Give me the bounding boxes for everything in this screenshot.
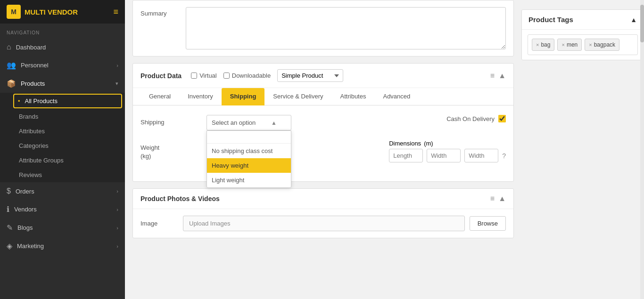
personnel-arrow: › xyxy=(116,63,118,68)
dimensions-unit: (m) xyxy=(424,140,433,147)
tags-container: × bag × men × bagpack xyxy=(528,34,638,55)
sidebar-item-dashboard[interactable]: ⌂ Dashboard xyxy=(0,38,125,56)
sidebar-item-label: Personnel xyxy=(21,62,49,69)
downloadable-checkbox[interactable] xyxy=(223,73,230,79)
right-panel: Product Tags ▲ × bag × men × bagpack xyxy=(521,0,644,299)
product-data-title: Product Data xyxy=(140,72,182,80)
sidebar-item-vendors[interactable]: ℹ Vendors › xyxy=(0,200,125,218)
sidebar-item-products[interactable]: 📦 Products ▾ xyxy=(0,74,125,93)
cod-checkbox[interactable] xyxy=(498,115,506,122)
nav-label: NAVIGATION xyxy=(0,24,125,38)
sidebar-item-label: Blogs xyxy=(17,224,33,231)
tag-label-men: men xyxy=(567,41,578,48)
virtual-checkbox[interactable] xyxy=(191,73,197,79)
sidebar-item-attribute-groups[interactable]: Attribute Groups xyxy=(0,153,125,168)
length-input[interactable] xyxy=(389,149,423,162)
tags-body: × bag × men × bagpack xyxy=(522,30,644,60)
tab-advanced[interactable]: Advanced xyxy=(374,88,419,105)
dimensions-group-container: Dimensions (m) ? xyxy=(389,140,506,162)
summary-textarea[interactable] xyxy=(186,7,506,49)
tags-collapse-icon[interactable]: ▲ xyxy=(630,16,637,24)
photos-menu-icon[interactable]: ≡ xyxy=(490,194,495,203)
tag-label-bagpack: bagpack xyxy=(594,41,615,48)
sidebar-item-blogs[interactable]: ✎ Blogs › xyxy=(0,218,125,237)
product-data-header-icons: ≡ ▲ xyxy=(490,72,506,80)
vendors-icon: ℹ xyxy=(7,205,9,214)
sidebar-item-personnel[interactable]: 👥 Personnel › xyxy=(0,56,125,74)
sidebar-item-attributes[interactable]: Attributes xyxy=(0,124,125,138)
scrollbar-track xyxy=(640,0,644,299)
shipping-select-display[interactable]: Select an option ▲ xyxy=(206,115,291,130)
shipping-select-wrapper: Select an option ▲ No shipping class cos… xyxy=(206,115,291,130)
tag-remove-bagpack[interactable]: × xyxy=(589,42,592,48)
dropdown-option-heavy[interactable]: Heavy weight xyxy=(207,158,291,173)
weight-dimensions-row: Weight (kg) Dimensions (m) xyxy=(140,140,506,162)
sidebar-item-brands[interactable]: Brands xyxy=(0,109,125,124)
shipping-form-label: Shipping xyxy=(140,115,197,126)
shipping-dropdown-menu: No shipping class cost Heavy weight Ligh… xyxy=(206,130,291,188)
dropdown-option-no-shipping[interactable]: No shipping class cost xyxy=(207,144,291,158)
photos-collapse-icon[interactable]: ▲ xyxy=(498,194,506,203)
shipping-row: Shipping Select an option ▲ No shipping … xyxy=(140,115,506,130)
dropdown-search-input[interactable] xyxy=(207,131,291,144)
chevron-up-icon: ▲ xyxy=(271,120,277,126)
orders-icon: $ xyxy=(7,187,11,195)
brands-label: Brands xyxy=(19,113,38,120)
products-icon: 📦 xyxy=(7,79,16,88)
tabs-row: General Inventory Shipping Service & Del… xyxy=(133,88,513,105)
main-content: Summary Product Data Virtual Downloadabl… xyxy=(125,0,521,299)
sidebar-item-marketing[interactable]: ◈ Marketing › xyxy=(0,237,125,255)
tag-remove-bag[interactable]: × xyxy=(536,42,539,48)
tag-label-bag: bag xyxy=(541,41,550,48)
sidebar-item-label: Vendors xyxy=(14,206,37,213)
sidebar-item-categories[interactable]: Categories xyxy=(0,138,125,153)
orders-arrow: › xyxy=(116,188,118,194)
attributes-label: Attributes xyxy=(19,128,45,135)
tags-title: Product Tags xyxy=(528,16,573,24)
scrollbar-thumb[interactable] xyxy=(640,5,644,42)
tag-remove-men[interactable]: × xyxy=(561,42,564,48)
reviews-label: Reviews xyxy=(19,171,42,178)
marketing-arrow: › xyxy=(116,243,118,249)
summary-label: Summary xyxy=(140,7,178,17)
dimensions-help-icon[interactable]: ? xyxy=(502,152,506,160)
photos-header-icons: ≡ ▲ xyxy=(490,194,506,203)
sidebar-item-label: Marketing xyxy=(17,242,44,250)
height-input[interactable] xyxy=(464,149,498,162)
hamburger-icon[interactable]: ≡ xyxy=(113,7,118,17)
sidebar-item-reviews[interactable]: Reviews xyxy=(0,168,125,182)
tab-inventory[interactable]: Inventory xyxy=(179,88,221,105)
cod-label: Cash On Delivery xyxy=(446,115,495,122)
logo: M MULTI VENDOR xyxy=(7,5,78,19)
shipping-content: Shipping Select an option ▲ No shipping … xyxy=(133,105,513,181)
sidebar-item-label: Dashboard xyxy=(16,44,46,51)
summary-section: Summary xyxy=(132,0,514,57)
tab-general[interactable]: General xyxy=(140,88,179,105)
dimensions-label: Dimensions xyxy=(389,140,421,147)
products-arrow: ▾ xyxy=(116,81,118,87)
tab-service-delivery[interactable]: Service & Delivery xyxy=(264,88,331,105)
product-data-section: Product Data Virtual Downloadable Simple… xyxy=(132,63,514,182)
sidebar-item-all-products[interactable]: All Products xyxy=(13,94,122,108)
vendors-arrow: › xyxy=(116,207,118,212)
width-input[interactable] xyxy=(427,149,461,162)
sidebar-item-orders[interactable]: $ Orders › xyxy=(0,182,125,200)
image-label: Image xyxy=(140,220,178,227)
image-row: Image Upload Images Browse xyxy=(140,216,506,231)
upload-area[interactable]: Upload Images xyxy=(183,216,465,231)
menu-icon[interactable]: ≡ xyxy=(490,72,495,80)
personnel-icon: 👥 xyxy=(7,61,16,70)
dropdown-option-light[interactable]: Light weight xyxy=(207,173,291,187)
tag-bagpack: × bagpack xyxy=(585,39,619,51)
blogs-icon: ✎ xyxy=(7,223,13,232)
photos-header: Product Photos & Videos ≡ ▲ xyxy=(133,189,513,209)
dimensions-inputs: ? xyxy=(389,149,506,162)
browse-button[interactable]: Browse xyxy=(470,216,506,231)
tab-shipping[interactable]: Shipping xyxy=(222,88,265,105)
tab-attributes[interactable]: Attributes xyxy=(332,88,375,105)
collapse-icon[interactable]: ▲ xyxy=(498,72,506,80)
product-type-select[interactable]: Simple Product Variable Product Grouped … xyxy=(277,69,343,82)
products-submenu: All Products Brands Attributes Categorie… xyxy=(0,93,125,182)
tag-bag: × bag xyxy=(532,39,554,51)
weight-form-label: Weight (kg) xyxy=(140,140,197,161)
